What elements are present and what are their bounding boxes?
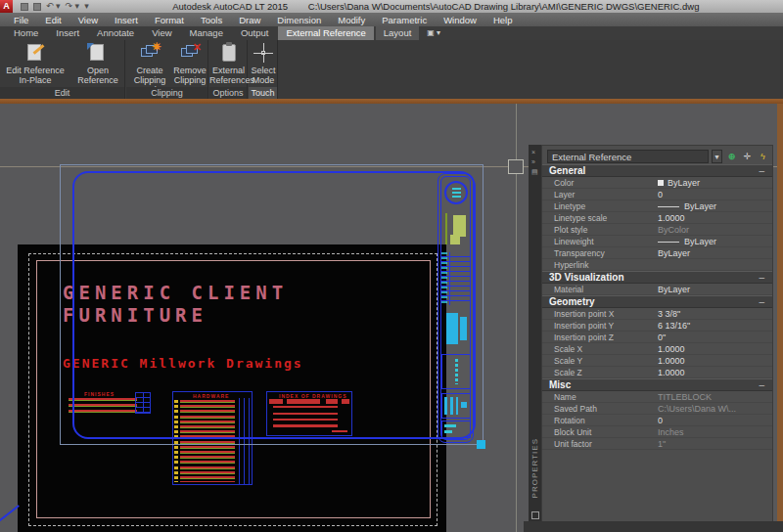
property-row[interactable]: Lineweight ByLayer (542, 236, 772, 247)
property-row[interactable]: Linetype ByLayer (542, 200, 772, 212)
window-title: Autodesk AutoCAD LT 2015 C:\Users\Dana W… (89, 1, 783, 12)
ribbon-minimize-icon[interactable]: ▣ ▾ (427, 26, 440, 40)
menu-item[interactable]: Insert (115, 15, 138, 25)
menu-item[interactable]: Help (493, 15, 513, 25)
panel-label-edit: Edit (0, 87, 124, 99)
ribbon: Edit Reference In-Place Open Reference E… (0, 40, 783, 99)
titleblock-side-strip (438, 173, 474, 443)
section-header-geometry[interactable]: Geometry (542, 295, 772, 308)
edit-reference-in-place-button[interactable]: Edit Reference In-Place (2, 42, 69, 85)
menu-item[interactable]: Draw (239, 15, 260, 25)
menu-item[interactable]: Tools (201, 15, 222, 25)
palette-header: External Reference ▼ ⊕ ✛ ϟ (542, 146, 772, 164)
ribbon-tab[interactable]: Annotate (89, 26, 142, 40)
ucs-icon (0, 505, 20, 522)
property-row[interactable]: Block Unit Inches (542, 426, 772, 438)
ribbon-tab[interactable]: External Reference (278, 26, 373, 40)
sheet-number-block (441, 421, 471, 438)
revision-table (441, 252, 471, 305)
remove-clipping-button[interactable]: ✕ Remove Clipping (173, 42, 207, 85)
company-logo-circle (444, 181, 468, 204)
menu-item[interactable]: Format (155, 15, 184, 25)
scale-date-block (441, 393, 471, 419)
panel-clipping: ✷ Create Clipping Boundary ✕ Remove Clip… (126, 40, 208, 99)
menu-item[interactable]: Window (443, 15, 477, 25)
property-row[interactable]: Layer 0 (542, 189, 772, 200)
palette-menu-icon[interactable]: ▤ (531, 168, 538, 176)
ribbon-tab[interactable]: View (144, 26, 179, 40)
property-row[interactable]: Scale Y 1.0000 (542, 355, 772, 367)
property-row[interactable]: Insertion point Z 0" (542, 332, 772, 343)
furniture-logo (444, 211, 468, 248)
palette-vertical-label: PROPERTIES (530, 438, 539, 498)
properties-palette: × » ▤ PROPERTIES External Reference ▼ ⊕ … (529, 145, 773, 525)
section-header-3d-visualization[interactable]: 3D Visualization (542, 271, 772, 284)
palette-resize-edge[interactable] (524, 521, 783, 532)
property-row[interactable]: Scale Z 1.0000 (542, 367, 772, 378)
section-header-misc[interactable]: Misc (542, 378, 772, 391)
external-references-button[interactable]: External References (209, 42, 248, 85)
misc-rows: Name TITLEBLOCK Saved Path C:\Users\Dana… (542, 391, 772, 450)
property-row[interactable]: Insertion point X 3 3/8" (542, 308, 772, 320)
ribbon-tab-row: HomeInsertAnnotateViewManageOutputExtern… (0, 26, 783, 40)
external-references-icon (217, 42, 241, 64)
property-row[interactable]: Name TITLEBLOCK (542, 391, 772, 403)
menu-item[interactable]: File (14, 15, 28, 25)
ribbon-tab[interactable]: Output (233, 26, 277, 40)
undo-icon[interactable]: ↶ ▾ (46, 0, 61, 13)
property-row[interactable]: Saved Path C:\Users\Dana W\... (542, 403, 772, 415)
viewport-corner-grip[interactable] (508, 159, 524, 174)
property-row[interactable]: Plot style ByColor (542, 224, 772, 236)
select-mode-icon (252, 42, 275, 64)
geometry-rows: Insertion point X 3 3/8" Insertion point… (542, 308, 772, 378)
menu-item[interactable]: Parametric (382, 15, 427, 25)
document-path: C:\Users\Dana W\Documents\AutoCAD Drawin… (308, 1, 700, 12)
quick-select-icon[interactable]: ϟ (757, 151, 769, 163)
menu-item[interactable]: View (78, 15, 98, 25)
menu-item[interactable]: Edit (45, 15, 61, 25)
application-menu-button[interactable]: A (0, 0, 13, 13)
viz-rows: Material ByLayer (542, 284, 772, 295)
project-name-block (442, 311, 470, 348)
pickadd-toggle-icon[interactable]: ⊕ (725, 151, 738, 163)
menu-bar: FileEditViewInsertFormatToolsDrawDimensi… (0, 13, 783, 26)
property-row[interactable]: Scale X 1.0000 (542, 343, 772, 355)
quick-access-toolbar: ↶ ▾ ↷ ▾ ▾ (21, 0, 89, 13)
title-bar: A ↶ ▾ ↷ ▾ ▾ Autodesk AutoCAD LT 2015 C:\… (0, 0, 783, 13)
property-row[interactable]: Unit factor 1" (542, 438, 772, 450)
property-row[interactable]: Linetype scale 1.0000 (542, 212, 772, 224)
panel-label-clipping: Clipping (126, 87, 207, 99)
drawing-title-block (441, 354, 471, 389)
selection-grip[interactable] (477, 440, 485, 449)
ribbon-tab[interactable]: Layout (376, 26, 420, 40)
ribbon-tab[interactable]: Manage (182, 26, 231, 40)
ribbon-tab[interactable]: Home (6, 26, 46, 40)
app-title: Autodesk AutoCAD LT 2015 (172, 1, 288, 12)
object-type-selector[interactable]: External Reference (547, 150, 709, 163)
redo-icon[interactable]: ↷ ▾ (66, 0, 80, 13)
property-row[interactable]: Insertion point Y 6 13/16" (542, 320, 772, 332)
property-row[interactable]: Rotation 0 (542, 415, 772, 426)
property-row[interactable]: Color ByLayer (542, 177, 772, 189)
open-icon[interactable] (21, 3, 28, 11)
ribbon-tab[interactable]: Insert (48, 26, 87, 40)
general-rows: Color ByLayer Layer 0 Linetype ByLayer L… (542, 177, 772, 271)
panel-label-options: Options (209, 87, 247, 99)
panel-touch: Select Mode Touch (249, 40, 278, 99)
property-row[interactable]: Transparency ByLayer (542, 247, 772, 259)
save-icon[interactable] (33, 3, 41, 11)
select-objects-icon[interactable]: ✛ (741, 151, 754, 163)
palette-autohide-icon[interactable]: » (531, 158, 535, 166)
open-reference-icon (86, 42, 110, 64)
select-mode-button[interactable]: Select Mode (249, 42, 278, 85)
menu-item[interactable]: Modify (338, 15, 365, 25)
property-row[interactable]: Material ByLayer (542, 284, 772, 295)
section-header-general[interactable]: General (542, 164, 772, 177)
menu-item[interactable]: Dimension (277, 15, 321, 25)
open-reference-button[interactable]: Open Reference (72, 42, 123, 85)
property-row[interactable]: Hyperlink (542, 259, 772, 271)
type-selector-dropdown-icon[interactable]: ▼ (712, 150, 722, 163)
xref-boundary-polyline[interactable] (72, 171, 476, 439)
palette-close-icon[interactable]: × (531, 149, 535, 156)
remove-clipping-icon: ✕ (178, 42, 202, 64)
